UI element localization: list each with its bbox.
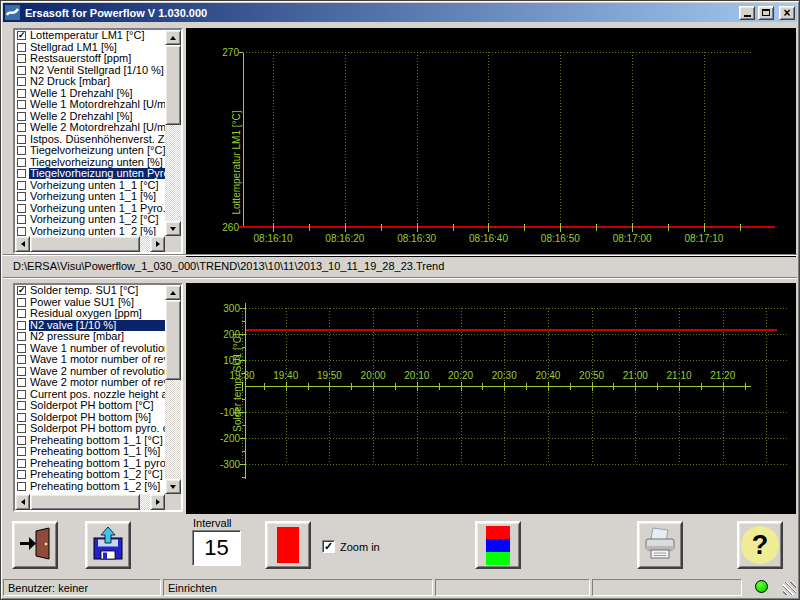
list-item[interactable]: Vorheizung unten 1_1 Pyro. Offset [°C — [15, 203, 165, 215]
item-checkbox[interactable] — [17, 413, 26, 422]
item-checkbox[interactable] — [17, 204, 26, 213]
zoom-in-checkbox[interactable]: ✓ — [322, 540, 335, 553]
trend-chart-top[interactable]: 27026008:16:1008:16:2008:16:3008:16:4008… — [186, 28, 796, 257]
item-label[interactable]: Istpos. Düsenhöhenverst. Z-Achse [m — [29, 134, 165, 145]
stop-button[interactable] — [265, 521, 311, 569]
item-checkbox[interactable] — [17, 321, 26, 330]
horizontal-scrollbar[interactable] — [15, 236, 165, 252]
list-item[interactable]: N2 pressure [mbar] — [15, 331, 165, 343]
list-item[interactable]: Welle 2 Drehzahl [%] — [15, 111, 165, 123]
scroll-up-button[interactable] — [165, 30, 181, 45]
list-item[interactable]: Preheating bottom 1_1 pyro. offset [°C — [15, 458, 165, 470]
print-button[interactable] — [637, 521, 683, 569]
item-label[interactable]: N2 valve [1/10 %] — [29, 320, 165, 331]
item-checkbox[interactable] — [17, 158, 26, 167]
vertical-scrollbar[interactable] — [165, 285, 181, 494]
item-label[interactable]: Restsauerstoff [ppm] — [29, 53, 165, 64]
list-item[interactable]: Istpos. Düsenhöhenverst. Z-Achse [m — [15, 134, 165, 146]
list-item[interactable]: Welle 2 Motordrehzahl [U/min] — [15, 122, 165, 134]
list-item[interactable]: Welle 1 Motordrehzahl [U/min] — [15, 99, 165, 111]
item-label[interactable]: Welle 2 Drehzahl [%] — [29, 111, 165, 122]
item-label[interactable]: Current pos. nozzle height adjustmen — [29, 389, 165, 400]
item-label[interactable]: Welle 2 Motordrehzahl [U/min] — [29, 122, 165, 133]
scrollbar-thumb[interactable] — [165, 45, 181, 125]
item-checkbox[interactable] — [17, 470, 26, 479]
list-item[interactable]: Preheating bottom 1_1 [°C] — [15, 435, 165, 447]
item-checkbox[interactable] — [17, 447, 26, 456]
item-checkbox[interactable] — [17, 215, 26, 224]
item-checkbox[interactable] — [17, 146, 26, 155]
list-item[interactable]: Preheating bottom 1_1 [%] — [15, 446, 165, 458]
item-label[interactable]: Vorheizung unten 1_2 [°C] — [29, 214, 165, 225]
scroll-right-button[interactable] — [150, 236, 165, 252]
item-checkbox[interactable] — [17, 66, 26, 75]
scrollbar-thumb[interactable] — [165, 300, 181, 380]
list-item[interactable]: Residual oxygen [ppm] — [15, 308, 165, 320]
item-checkbox[interactable] — [17, 309, 26, 318]
item-label[interactable]: Lottemperatur LM1 [°C] — [29, 30, 165, 41]
trend-chart-bottom[interactable]: 300200100-100-200-30019:3019:4019:5020:0… — [186, 283, 796, 514]
item-label[interactable]: Preheating bottom 1_1 pyro. offset [°C — [29, 458, 165, 469]
item-label[interactable]: Residual oxygen [ppm] — [29, 308, 165, 319]
item-checkbox[interactable] — [17, 367, 26, 376]
scroll-down-button[interactable] — [165, 221, 181, 236]
list-item[interactable]: Wave 1 motor number of revolutions [R — [15, 354, 165, 366]
item-label[interactable]: Preheating bottom 1_1 [%] — [29, 446, 165, 457]
item-checkbox[interactable] — [17, 390, 26, 399]
scroll-down-button[interactable] — [165, 479, 181, 494]
item-label[interactable]: Preheating bottom 1_1 [°C] — [29, 435, 165, 446]
item-checkbox[interactable] — [17, 112, 26, 121]
list-item[interactable]: Solderpot PH bottom [%] — [15, 412, 165, 424]
vertical-scrollbar[interactable] — [165, 30, 181, 236]
item-checkbox[interactable] — [17, 89, 26, 98]
list-item[interactable]: N2 Druck [mbar] — [15, 76, 165, 88]
list-item[interactable]: Vorheizung unten 1_1 [°C] — [15, 180, 165, 192]
list-item[interactable]: ✓Solder temp. SU1 [°C] — [15, 285, 165, 297]
item-label[interactable]: Vorheizung unten 1_1 [%] — [29, 191, 165, 202]
list-item[interactable]: Restsauerstoff [ppm] — [15, 53, 165, 65]
item-checkbox[interactable] — [17, 378, 26, 387]
scroll-up-button[interactable] — [165, 285, 181, 300]
item-checkbox[interactable] — [17, 424, 26, 433]
item-checkbox[interactable] — [17, 169, 26, 178]
list-item[interactable]: Solderpot PH bottom [°C] — [15, 400, 165, 412]
list-item[interactable]: N2 Ventil Stellgrad [1/10 %] — [15, 65, 165, 77]
scrollbar-track[interactable] — [165, 300, 181, 479]
resize-grip[interactable] — [783, 582, 796, 595]
item-checkbox[interactable] — [17, 344, 26, 353]
item-label[interactable]: Solderpot PH bottom pyro. offset [°C c — [29, 423, 165, 434]
item-label[interactable]: Wave 1 number of revolutions [%] — [29, 343, 165, 354]
item-label[interactable]: Welle 1 Motordrehzahl [U/min] — [29, 99, 165, 110]
list-item[interactable]: Vorheizung unten 1_2 [°C] — [15, 214, 165, 226]
item-checkbox[interactable]: ✓ — [17, 31, 26, 40]
list-item[interactable]: Tiegelvorheizung unten [%] — [15, 157, 165, 169]
item-checkbox[interactable] — [17, 123, 26, 132]
item-label[interactable]: Solderpot PH bottom [%] — [29, 412, 165, 423]
list-item[interactable]: Tiegelvorheizung unten [°C] — [15, 145, 165, 157]
list-item[interactable]: Solderpot PH bottom pyro. offset [°C c — [15, 423, 165, 435]
scrollbar-thumb[interactable] — [30, 236, 140, 252]
item-label[interactable]: Vorheizung unten 1_1 [°C] — [29, 180, 165, 191]
item-label[interactable]: Vorheizung unten 1_1 Pyro. Offset [°C — [29, 203, 165, 214]
item-checkbox[interactable] — [17, 401, 26, 410]
list-item[interactable]: ✓Lottemperatur LM1 [°C] — [15, 30, 165, 42]
color-select-button[interactable] — [475, 521, 521, 569]
item-checkbox[interactable] — [17, 436, 26, 445]
item-checkbox[interactable] — [17, 181, 26, 190]
scroll-left-button[interactable] — [15, 494, 30, 510]
list-item[interactable]: Preheating bottom 1_2 [°C] — [15, 469, 165, 481]
item-checkbox[interactable] — [17, 43, 26, 52]
list-item[interactable]: Welle 1 Drehzahl [%] — [15, 88, 165, 100]
item-label[interactable]: Solderpot PH bottom [°C] — [29, 400, 165, 411]
close-button[interactable]: × — [779, 6, 795, 20]
item-checkbox[interactable] — [17, 77, 26, 86]
help-button[interactable]: ? — [737, 521, 783, 569]
titlebar[interactable]: Ersasoft for Powerflow V 1.030.000 × — [3, 3, 797, 22]
item-label[interactable]: Tiegelvorheizung unten Pyro. Offset [° — [29, 168, 165, 179]
item-checkbox[interactable] — [17, 227, 26, 236]
item-checkbox[interactable] — [17, 135, 26, 144]
scrollbar-thumb[interactable] — [30, 494, 140, 510]
exit-button[interactable] — [12, 521, 58, 569]
item-label[interactable]: Wave 2 motor number of revolutions [R — [29, 377, 165, 388]
minimize-button[interactable] — [739, 6, 755, 20]
